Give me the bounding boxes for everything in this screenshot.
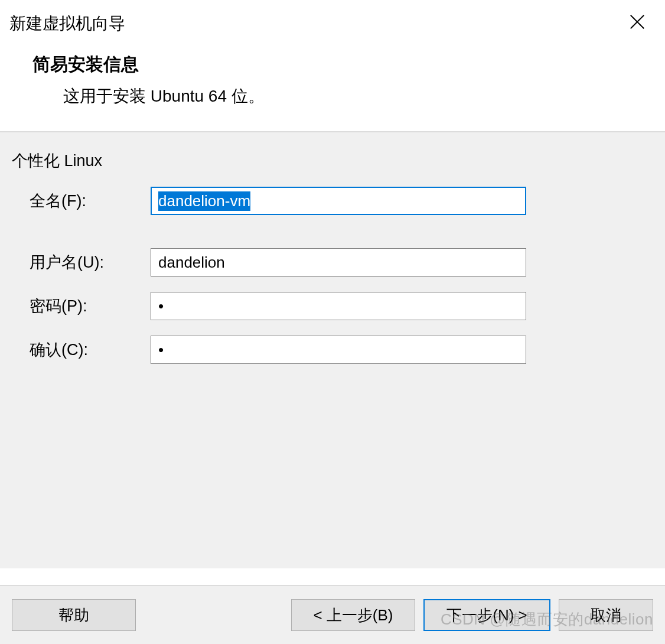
footer-spacer	[144, 599, 283, 631]
page-title: 简易安装信息	[32, 53, 656, 77]
window-title: 新建虚拟机向导	[9, 12, 125, 35]
footer-bar: 帮助 < 上一步(B) 下一步(N) > 取消	[0, 585, 665, 644]
username-field[interactable]	[151, 248, 526, 277]
next-button[interactable]: 下一步(N) >	[423, 599, 550, 631]
fullname-row: 全名(F): dandelion-vm	[12, 187, 653, 215]
password-field[interactable]	[151, 292, 526, 320]
cancel-button[interactable]: 取消	[559, 599, 653, 631]
back-button[interactable]: < 上一步(B)	[291, 599, 415, 631]
fullname-field[interactable]: dandelion-vm	[151, 187, 526, 215]
confirm-label: 确认(C):	[30, 339, 151, 360]
password-row: 密码(P):	[12, 292, 653, 320]
username-label: 用户名(U):	[30, 252, 151, 273]
section-label: 个性化 Linux	[12, 150, 653, 171]
title-bar: 新建虚拟机向导	[0, 0, 665, 47]
fullname-label: 全名(F):	[30, 190, 151, 212]
username-row: 用户名(U):	[12, 248, 653, 277]
confirm-field[interactable]	[151, 336, 526, 364]
page-subtitle: 这用于安装 Ubuntu 64 位。	[32, 85, 656, 108]
confirm-row: 确认(C):	[12, 336, 653, 364]
content-section: 个性化 Linux 全名(F): dandelion-vm 用户名(U): 密码…	[0, 131, 665, 568]
help-button[interactable]: 帮助	[12, 599, 136, 631]
close-icon	[628, 13, 646, 31]
close-button[interactable]	[624, 12, 651, 35]
password-label: 密码(P):	[30, 295, 151, 317]
fullname-value: dandelion-vm	[158, 191, 250, 211]
header-section: 简易安装信息 这用于安装 Ubuntu 64 位。	[0, 47, 665, 131]
